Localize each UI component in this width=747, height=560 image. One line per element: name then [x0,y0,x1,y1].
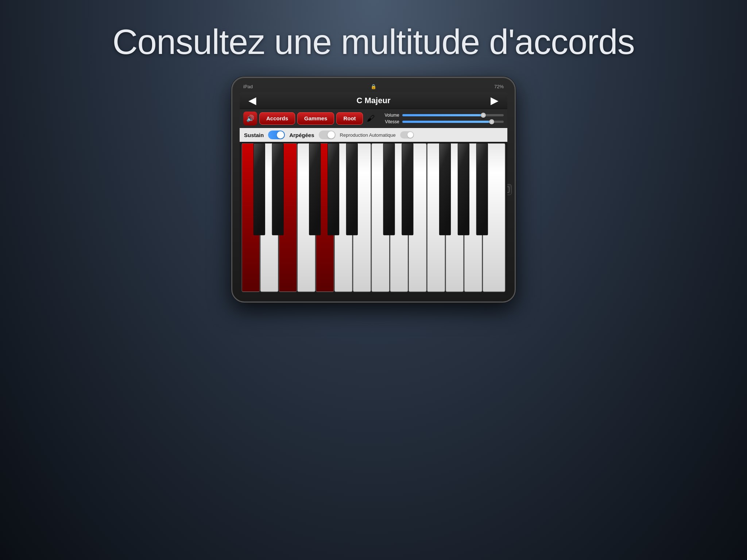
nav-left-arrow[interactable]: ◀ [245,94,259,106]
volume-label: Volume [380,113,399,118]
navigation-bar: ◀ C Majeur ▶ [240,92,507,109]
auto-repro-toggle[interactable] [400,131,414,139]
black-key-cd[interactable] [253,143,265,235]
vitesse-fill [402,121,492,123]
black-key-ab2[interactable] [476,143,488,235]
ipad-status-bar: iPad 🔒 72% [232,81,515,92]
ipad-device-label: iPad [243,84,253,89]
black-key-de2[interactable] [402,143,413,235]
sustain-label: Sustain [244,132,264,138]
ipad-screen: ◀ C Majeur ▶ 🔊 Accords Gammes Root 🖌 Vol… [240,92,507,294]
black-key-ga2[interactable] [458,143,469,235]
controls-bar: 🔊 Accords Gammes Root 🖌 Volume Vi [240,109,507,128]
vitesse-thumb[interactable] [489,119,494,124]
vitesse-label: Vitesse [380,119,399,124]
black-key-ab[interactable] [346,143,357,235]
brush-icon: 🖌 [367,114,375,123]
arpegees-toggle[interactable] [319,131,336,139]
speaker-button[interactable]: 🔊 [243,112,257,125]
ipad-battery: 72% [494,84,504,89]
sustain-toggle[interactable] [268,131,285,139]
piano-area [240,142,507,294]
volume-thumb[interactable] [481,113,486,118]
accords-tab[interactable]: Accords [259,112,295,125]
root-tab[interactable]: Root [336,112,363,125]
black-key-cd2[interactable] [383,143,395,235]
gammes-tab[interactable]: Gammes [297,112,334,125]
page-title: Consultez une multitude d'accords [0,0,747,62]
black-key-fg[interactable] [309,143,321,235]
ipad-frame: iPad 🔒 72% ◀ C Majeur ▶ 🔊 Accords Gammes [231,77,516,303]
volume-controls: Volume Vitesse [380,113,504,124]
black-key-fg2[interactable] [439,143,450,235]
volume-row: Volume [380,113,504,118]
black-key-de[interactable] [272,143,283,235]
black-key-ga[interactable] [328,143,339,235]
vitesse-row: Vitesse [380,119,504,124]
piano-keyboard [241,143,506,293]
piano-svg [241,143,506,293]
vitesse-track[interactable] [402,121,504,123]
volume-fill [402,114,484,116]
auto-repro-label: Reproduction Automatique [340,132,396,138]
ipad-lock-icon: 🔒 [371,84,376,89]
arpegees-label: Arpégées [289,132,314,138]
nav-title: C Majeur [357,96,391,105]
volume-track[interactable] [402,114,504,116]
options-bar: Sustain Arpégées Reproduction Automatiqu… [240,128,507,142]
speaker-icon: 🔊 [246,114,254,122]
nav-right-arrow[interactable]: ▶ [488,94,502,106]
